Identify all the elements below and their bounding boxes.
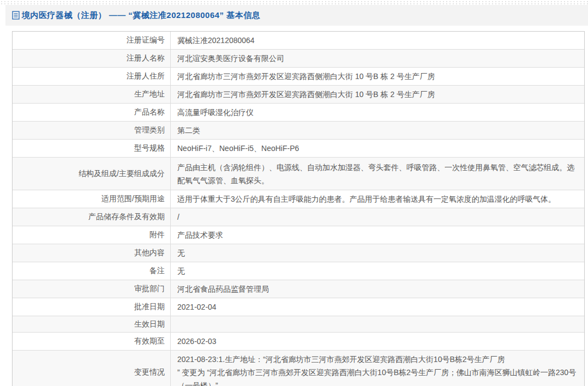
row-value <box>171 316 584 332</box>
row-value: 2021-08-23:1.生产地址：“河北省廊坊市三河市燕郊开发区迎宾路西潮白大… <box>171 351 584 386</box>
document-icon <box>12 11 20 20</box>
section-header: 境内医疗器械（注册） —— “冀械注准20212080064” 基本信息 <box>5 5 588 26</box>
row-label: 其他内容 <box>13 244 171 262</box>
row-value: 河北省廊坊市三河市燕郊开发区迎宾路西侧潮白大街 10 号B 栋 2 号生产厂房 <box>171 68 584 85</box>
table-row: 变更情况 2021-08-23:1.生产地址：“河北省廊坊市三河市燕郊开发区迎宾… <box>13 351 584 386</box>
table-row: 注册人名称 河北谊安奥美医疗设备有限公司 <box>13 50 584 68</box>
page-title: 境内医疗器械（注册） —— “冀械注准20212080064” 基本信息 <box>22 10 260 21</box>
table-row: 注册人住所 河北省廊坊市三河市燕郊开发区迎宾路西侧潮白大街 10 号B 栋 2 … <box>13 68 584 86</box>
row-value: 产品由主机（含涡轮组件）、电源线、自动加水加湿器、弯头套件、呼吸管路、一次性使用… <box>171 158 584 190</box>
row-label: 有效期至 <box>13 333 171 350</box>
row-label: 结构及组成/主要组成成分 <box>13 158 171 190</box>
row-value: 河北谊安奥美医疗设备有限公司 <box>171 50 584 67</box>
row-value: 冀械注准20212080064 <box>171 32 584 49</box>
row-label: 管理类别 <box>13 122 171 139</box>
row-label: 备注 <box>13 262 171 280</box>
table-row: 审批部门 河北省食品药品监督管理局 <box>13 280 584 298</box>
row-label: 注册证编号 <box>13 32 171 49</box>
info-table: 注册证编号 冀械注准20212080064 注册人名称 河北谊安奥美医疗设备有限… <box>12 31 585 386</box>
table-row: 生产地址 河北省廊坊市三河市燕郊开发区迎宾路西侧潮白大街 10 号B 栋 2 号… <box>13 86 584 104</box>
row-value: / <box>171 208 584 226</box>
row-value: 河北省食品药品监督管理局 <box>171 280 584 298</box>
row-label: 审批部门 <box>13 280 171 298</box>
row-value: 无 <box>171 262 584 280</box>
table-row: 批准日期 2021-02-04 <box>13 298 584 316</box>
row-value: 产品技术要求 <box>171 226 584 244</box>
table-row: 注册证编号 冀械注准20212080064 <box>13 32 584 50</box>
table-row: 产品储存条件及有效期 / <box>13 208 584 226</box>
row-value: 2021-02-04 <box>171 298 584 316</box>
table-row: 适用范围/预期用途 适用于体重大于3公斤的具有自主呼吸能力的患者。产品用于给患者… <box>13 190 584 208</box>
row-value: 2026-02-03 <box>171 333 584 350</box>
row-label: 批准日期 <box>13 298 171 316</box>
row-label: 变更情况 <box>13 351 171 386</box>
table-row: 结构及组成/主要组成成分 产品由主机（含涡轮组件）、电源线、自动加水加湿器、弯头… <box>13 158 584 190</box>
table-row: 其他内容 无 <box>13 244 584 262</box>
row-label: 生效日期 <box>13 316 171 332</box>
row-value: NeoHiF-i7、NeoHiF-i5、NeoHiF-P6 <box>171 140 584 157</box>
row-label: 注册人住所 <box>13 68 171 85</box>
page-background-texture <box>0 0 588 5</box>
row-value: 无 <box>171 244 584 262</box>
row-value: 适用于体重大于3公斤的具有自主呼吸能力的患者。产品用于给患者输送具有一定氧浓度的… <box>171 190 584 208</box>
row-label: 附件 <box>13 226 171 244</box>
row-value: 河北省廊坊市三河市燕郊开发区迎宾路西侧潮白大街 10 号B 栋 2 号生产厂房 <box>171 86 584 103</box>
row-label: 型号规格 <box>13 140 171 157</box>
row-value: 高流量呼吸湿化治疗仪 <box>171 104 584 121</box>
row-label: 适用范围/预期用途 <box>13 190 171 208</box>
table-row: 产品名称 高流量呼吸湿化治疗仪 <box>13 104 584 122</box>
table-row: 生效日期 <box>13 316 584 333</box>
row-label: 注册人名称 <box>13 50 171 67</box>
table-row: 附件 产品技术要求 <box>13 226 584 244</box>
table-row: 型号规格 NeoHiF-i7、NeoHiF-i5、NeoHiF-P6 <box>13 140 584 158</box>
row-value: 第二类 <box>171 122 584 139</box>
row-label: 产品储存条件及有效期 <box>13 208 171 226</box>
row-label: 生产地址 <box>13 86 171 103</box>
row-label: 产品名称 <box>13 104 171 121</box>
table-row: 备注 无 <box>13 262 584 280</box>
table-row: 管理类别 第二类 <box>13 122 584 140</box>
table-row: 有效期至 2026-02-03 <box>13 333 584 351</box>
